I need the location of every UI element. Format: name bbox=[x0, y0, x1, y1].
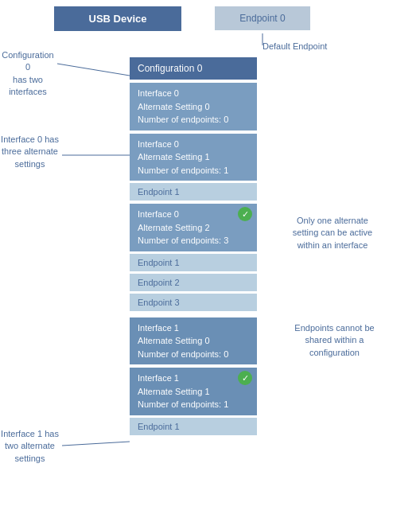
annotation-config0: Configuration 0has twointerfaces bbox=[0, 49, 56, 99]
config-header: Configuration 0 bbox=[130, 57, 257, 80]
endpoint-item-0-2-3: Endpoint 3 bbox=[130, 294, 257, 311]
interface-name: Interface 0 bbox=[138, 208, 249, 221]
annotation-interface1: Interface 1 hastwo alternatesettings bbox=[0, 428, 60, 465]
endpoint-item-0-1-1: Endpoint 1 bbox=[130, 183, 257, 201]
interface-block-0-0: Interface 0 Alternate Setting 0 Number o… bbox=[130, 83, 257, 130]
active-checkmark: ✓ bbox=[238, 207, 252, 221]
interface-name: Interface 0 bbox=[138, 87, 249, 100]
interface-endpoints: Number of endpoints: 3 bbox=[138, 234, 249, 247]
annotation-only-one: Only one alternatesetting can be activew… bbox=[277, 215, 388, 251]
interface-setting: Alternate Setting 1 bbox=[138, 150, 249, 164]
endpoint0-box: Endpoint 0 bbox=[215, 6, 310, 30]
annotation-interface0: Interface 0 hasthree alternatesettings bbox=[0, 134, 60, 170]
active-checkmark-1: ✓ bbox=[238, 371, 252, 385]
endpoint-item-1-1-1: Endpoint 1 bbox=[130, 418, 257, 435]
svg-line-2 bbox=[62, 442, 130, 446]
interface-block-1-0: Interface 1 Alternate Setting 0 Number o… bbox=[130, 317, 257, 365]
interface-setting: Alternate Setting 1 bbox=[138, 385, 249, 399]
interface-block-0-2: Interface 0 Alternate Setting 2 Number o… bbox=[130, 204, 257, 251]
interface-name: Interface 1 bbox=[138, 321, 249, 335]
interface-name: Interface 1 bbox=[138, 372, 249, 385]
interface-endpoints: Number of endpoints: 0 bbox=[138, 348, 249, 361]
interface-setting: Alternate Setting 0 bbox=[138, 334, 249, 348]
endpoint-item-0-2-2: Endpoint 2 bbox=[130, 274, 257, 291]
interface-endpoints: Number of endpoints: 0 bbox=[138, 113, 249, 127]
endpoint-item-0-2-1: Endpoint 1 bbox=[130, 254, 257, 271]
interface-block-0-1: Interface 0 Alternate Setting 1 Number o… bbox=[130, 134, 257, 181]
interface-setting: Alternate Setting 2 bbox=[138, 221, 249, 235]
annotation-endpoints: Endpoints cannot beshared within aconfig… bbox=[277, 322, 392, 359]
interface-block-1-1: Interface 1 Alternate Setting 1 Number o… bbox=[130, 368, 257, 415]
main-column: Configuration 0 Interface 0 Alternate Se… bbox=[130, 57, 257, 435]
default-endpoint-label: Default Endpoint bbox=[262, 41, 327, 51]
usb-device-box: USB Device bbox=[54, 6, 181, 31]
interface-name: Interface 0 bbox=[138, 138, 249, 151]
interface-endpoints: Number of endpoints: 1 bbox=[138, 398, 249, 411]
interface-endpoints: Number of endpoints: 1 bbox=[138, 164, 249, 177]
interface-setting: Alternate Setting 0 bbox=[138, 100, 249, 114]
svg-line-0 bbox=[57, 64, 130, 76]
